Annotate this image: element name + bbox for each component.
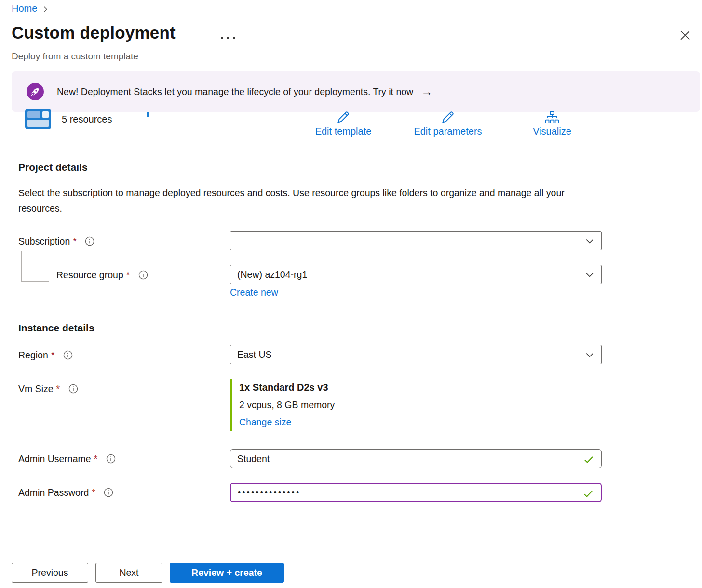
subscription-dropdown[interactable] — [230, 231, 602, 250]
edit-template-link[interactable]: Edit template — [290, 109, 396, 137]
project-details-heading: Project details — [18, 162, 88, 173]
previous-button[interactable]: Previous — [12, 563, 88, 583]
wizard-footer: Previous Next Review + create — [12, 563, 284, 583]
template-bar: 5 resources Edit template Edit parameter… — [12, 109, 690, 140]
required-asterisk: * — [56, 383, 60, 394]
breadcrumb-home-link[interactable]: Home — [12, 3, 37, 14]
pencil-icon — [290, 109, 396, 124]
title-row: Custom deployment — [12, 23, 693, 47]
green-check-icon — [582, 488, 594, 499]
next-button[interactable]: Next — [95, 563, 162, 583]
page-subtitle: Deploy from a custom template — [12, 51, 138, 62]
create-new-link[interactable]: Create new — [230, 287, 278, 298]
vm-size-label: Vm Size* — [18, 383, 78, 395]
template-icon — [25, 109, 51, 129]
region-value: East US — [237, 349, 272, 360]
edit-parameters-label: Edit parameters — [395, 126, 501, 137]
project-description: Select the subscription to manage deploy… — [18, 185, 575, 216]
chevron-down-icon — [585, 271, 594, 279]
edit-parameters-link[interactable]: Edit parameters — [395, 109, 501, 137]
subscription-label: Subscription* — [18, 236, 94, 247]
vm-size-summary: 1x Standard D2s v3 2 vcpus, 8 GB memory … — [230, 379, 335, 431]
rocket-icon — [27, 83, 44, 100]
resource-count: 5 resources — [62, 114, 112, 125]
info-icon[interactable] — [63, 350, 73, 360]
custom-deployment-page: Home Custom deployment Deploy from a cus… — [0, 0, 702, 588]
green-check-icon — [583, 453, 594, 465]
required-asterisk: * — [73, 236, 77, 246]
info-icon[interactable] — [68, 384, 78, 394]
region-label: Region* — [18, 350, 73, 361]
info-icon[interactable] — [104, 488, 113, 497]
close-icon[interactable] — [679, 29, 691, 41]
resource-group-value: (New) az104-rg1 — [237, 269, 307, 280]
required-asterisk: * — [126, 270, 130, 280]
page-title: Custom deployment — [12, 23, 176, 42]
arrow-right-icon: → — [421, 86, 432, 97]
admin-username-input[interactable] — [237, 453, 576, 465]
visualize-link[interactable]: Visualize — [499, 109, 605, 137]
info-icon[interactable] — [85, 236, 94, 246]
banner-text[interactable]: New! Deployment Stacks let you manage th… — [57, 86, 413, 97]
required-asterisk: * — [92, 487, 95, 498]
vm-size-name: 1x Standard D2s v3 — [239, 381, 335, 394]
admin-password-field-wrap — [230, 483, 602, 502]
pencil-icon — [395, 109, 501, 124]
vm-size-specs: 2 vcpus, 8 GB memory — [239, 398, 335, 411]
admin-password-input[interactable] — [238, 488, 576, 498]
org-chart-icon — [499, 109, 605, 124]
deployment-stacks-banner[interactable]: New! Deployment Stacks let you manage th… — [12, 71, 700, 112]
change-size-link[interactable]: Change size — [239, 416, 291, 428]
admin-password-label: Admin Password* — [18, 487, 113, 498]
template-resources: 5 resources — [25, 109, 112, 129]
instance-details-heading: Instance details — [18, 322, 94, 334]
admin-username-label: Admin Username* — [18, 453, 116, 465]
info-icon[interactable] — [106, 454, 116, 464]
review-create-button[interactable]: Review + create — [170, 563, 284, 583]
chevron-down-icon — [585, 351, 594, 359]
chevron-down-icon — [585, 237, 594, 246]
more-actions-icon[interactable] — [219, 35, 237, 41]
region-dropdown[interactable]: East US — [230, 345, 602, 364]
visualize-label: Visualize — [499, 126, 605, 137]
admin-username-field-wrap — [230, 449, 602, 468]
field-connector-line — [21, 251, 49, 282]
info-icon[interactable] — [138, 270, 148, 280]
required-asterisk: * — [51, 350, 55, 360]
required-asterisk: * — [94, 453, 98, 464]
resource-group-dropdown[interactable]: (New) az104-rg1 — [230, 265, 602, 284]
breadcrumb: Home — [12, 3, 49, 14]
chevron-right-icon — [42, 6, 49, 13]
edit-template-label: Edit template — [290, 126, 396, 137]
resource-group-label: Resource group* — [56, 270, 148, 281]
